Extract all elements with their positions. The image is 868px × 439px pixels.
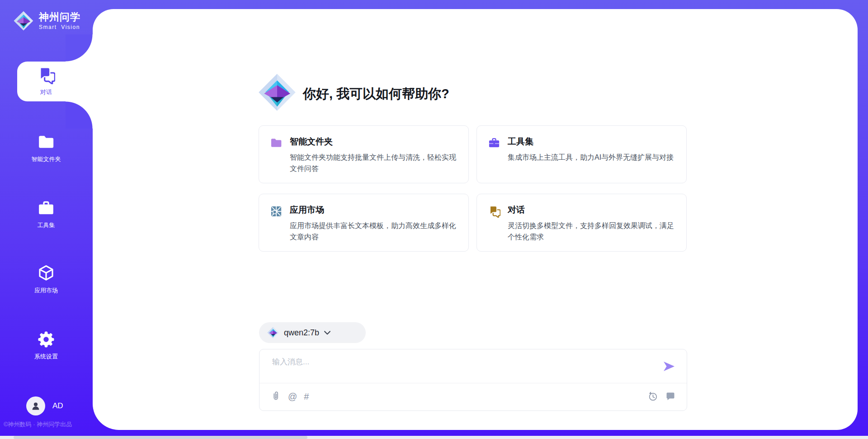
history-clock-icon [647, 391, 658, 402]
scrollbar-thumb[interactable] [14, 436, 307, 439]
cube-icon [37, 264, 55, 282]
greeting-diamond-icon [258, 72, 296, 112]
chat-icon [37, 66, 55, 84]
horizontal-scrollbar[interactable] [0, 436, 868, 439]
sidebar-item-settings[interactable]: 系统设置 [19, 330, 73, 361]
card-description: 智能文件夹功能支持批量文件上传与清洗，轻松实现文件问答 [290, 152, 458, 174]
sidebar-item-toolset[interactable]: 工具集 [19, 199, 73, 229]
card-title: 工具集 [508, 136, 674, 148]
conversation-button[interactable] [665, 391, 676, 402]
send-button[interactable] [661, 358, 677, 374]
card-app-market[interactable]: 应用市场 应用市场提供丰富长文本模板，助力高效生成多样化文章内容 [259, 194, 469, 252]
copyright-footer: ©神州数码 · 神州问学出品 [4, 420, 72, 429]
card-toolset[interactable]: 工具集 集成市场上主流工具，助力AI与外界无缝扩展与对接 [476, 125, 687, 183]
app-market-icon [270, 205, 283, 218]
sidebar-item-label: 系统设置 [34, 353, 58, 361]
card-title: 对话 [508, 204, 675, 216]
sidebar-item-chat[interactable]: 对话 [19, 66, 73, 96]
sidebar-item-label: 工具集 [38, 221, 55, 229]
mention-button[interactable]: @ [288, 391, 297, 402]
card-smart-folder[interactable]: 智能文件夹 智能文件夹功能支持批量文件上传与清洗，轻松实现文件问答 [259, 125, 469, 183]
brand-diamond-icon [14, 11, 33, 31]
app-window: 神州问学 Smart Vision 对话 智能文件夹 工具集 应 [0, 0, 868, 439]
folder-icon [270, 137, 283, 149]
model-diamond-icon [267, 327, 279, 339]
message-composer: @ # [259, 349, 687, 411]
card-description: 集成市场上主流工具，助力AI与外界无缝扩展与对接 [508, 152, 674, 163]
chat-bubble-icon [665, 391, 676, 402]
model-selector[interactable]: qwen2:7b [259, 322, 366, 343]
card-title: 智能文件夹 [290, 136, 458, 148]
person-icon [30, 401, 41, 411]
user-profile[interactable]: AD [26, 396, 63, 415]
chat-icon [488, 205, 500, 218]
attach-button[interactable] [270, 391, 281, 402]
card-title: 应用市场 [290, 204, 458, 216]
paperclip-icon [270, 391, 281, 402]
card-chat[interactable]: 对话 灵活切换多模型文件，支持多样回复效果调试，满足个性化需求 [476, 194, 687, 252]
brand-tagline: Smart Vision [39, 24, 80, 30]
at-icon: @ [288, 391, 297, 401]
card-description: 灵活切换多模型文件，支持多样回复效果调试，满足个性化需求 [508, 220, 675, 243]
sidebar-item-label: 应用市场 [34, 286, 58, 295]
brand-logo: 神州问学 Smart Vision [14, 11, 80, 31]
feature-cards: 智能文件夹 智能文件夹功能支持批量文件上传与清洗，轻松实现文件问答 工具集 集成… [259, 125, 687, 252]
toolbox-icon [488, 137, 500, 149]
folder-icon [37, 133, 55, 151]
history-button[interactable] [647, 391, 658, 402]
active-tab-fillet-bottom [66, 101, 93, 129]
user-name: AD [52, 401, 63, 410]
greeting-title: 你好, 我可以如何帮助你? [303, 85, 449, 103]
topic-button[interactable]: # [304, 391, 309, 402]
sidebar-item-label: 对话 [40, 88, 52, 96]
brand-name: 神州问学 [39, 11, 80, 23]
sidebar-item-smart-folder[interactable]: 智能文件夹 [19, 133, 73, 163]
card-description: 应用市场提供丰富长文本模板，助力高效生成多样化文章内容 [290, 220, 458, 243]
sidebar-item-app-market[interactable]: 应用市场 [19, 264, 73, 295]
send-icon [662, 360, 676, 373]
sidebar-item-label: 智能文件夹 [32, 155, 61, 163]
message-input[interactable] [271, 356, 662, 381]
gear-icon [37, 330, 55, 348]
composer-divider [259, 383, 687, 383]
chevron-down-icon [324, 331, 330, 335]
toolbox-icon [37, 199, 55, 217]
model-name: qwen2:7b [284, 328, 319, 338]
active-tab-fillet-top [66, 34, 93, 62]
hash-icon: # [304, 391, 309, 401]
composer-toolbar: @ # [270, 387, 676, 406]
avatar [26, 396, 45, 415]
